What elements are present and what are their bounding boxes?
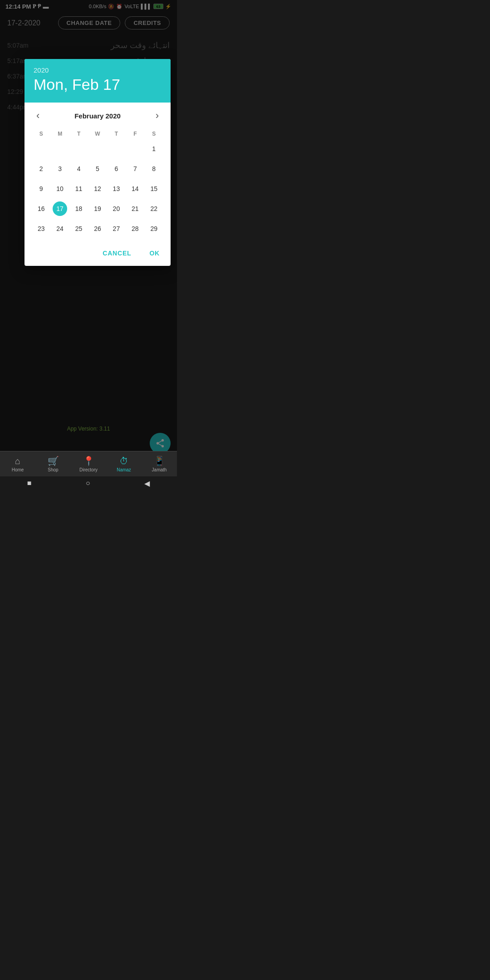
- calendar-day-empty: [126, 139, 144, 159]
- android-back-btn[interactable]: ◀: [144, 479, 150, 488]
- weekday-header-f: F: [126, 129, 144, 139]
- weekday-header-s1: S: [32, 129, 50, 139]
- ok-button[interactable]: OK: [146, 248, 163, 259]
- calendar-day-empty: [69, 139, 88, 159]
- dialog-year: 2020: [34, 66, 162, 74]
- calendar-day-13[interactable]: 13: [107, 179, 126, 199]
- calendar-day-empty: [32, 139, 50, 159]
- dialog-selected-date: Mon, Feb 17: [34, 76, 162, 93]
- weekday-header-t2: T: [107, 129, 126, 139]
- calendar-grid: S M T W T F S 12345678910111213141516171…: [32, 129, 163, 239]
- android-home-btn[interactable]: ○: [86, 479, 90, 487]
- weekday-header-t1: T: [69, 129, 88, 139]
- cancel-button[interactable]: CANCEL: [99, 248, 135, 259]
- calendar-day-22[interactable]: 22: [145, 199, 163, 219]
- calendar-day-23[interactable]: 23: [32, 219, 50, 239]
- next-month-button[interactable]: ›: [151, 108, 163, 123]
- calendar-day-11[interactable]: 11: [69, 179, 88, 199]
- jamath-icon: 📱: [154, 456, 165, 466]
- nav-label-home: Home: [12, 467, 24, 472]
- calendar-day-28[interactable]: 28: [126, 219, 144, 239]
- calendar-day-25[interactable]: 25: [69, 219, 88, 239]
- dialog-actions: CANCEL OK: [24, 244, 171, 266]
- nav-label-jamath: Jamath: [152, 467, 167, 472]
- calendar-day-24[interactable]: 24: [50, 219, 69, 239]
- calendar-day-21[interactable]: 21: [126, 199, 144, 219]
- weekday-header-w: W: [88, 129, 107, 139]
- weekday-header-m: M: [50, 129, 69, 139]
- android-nav-bar: ■ ○ ◀: [0, 476, 177, 490]
- dialog-header: 2020 Mon, Feb 17: [24, 59, 171, 103]
- nav-item-shop[interactable]: 🛒 Shop: [35, 456, 71, 472]
- nav-item-namaz[interactable]: ⏱ Namaz: [106, 456, 142, 472]
- nav-item-home[interactable]: ⌂ Home: [0, 456, 35, 472]
- calendar-day-1[interactable]: 1: [145, 139, 163, 159]
- calendar-day-10[interactable]: 10: [50, 179, 69, 199]
- calendar-day-9[interactable]: 9: [32, 179, 50, 199]
- android-recent-btn[interactable]: ■: [27, 479, 32, 487]
- calendar-day-6[interactable]: 6: [107, 159, 126, 179]
- nav-label-shop: Shop: [48, 467, 58, 472]
- nav-item-jamath[interactable]: 📱 Jamath: [142, 456, 177, 472]
- calendar-day-2[interactable]: 2: [32, 159, 50, 179]
- calendar-day-17[interactable]: 17: [50, 199, 69, 219]
- calendar-day-15[interactable]: 15: [145, 179, 163, 199]
- calendar-body: ‹ February 2020 › S M T W T F S 12345678…: [24, 103, 171, 244]
- home-icon: ⌂: [15, 456, 20, 466]
- calendar-nav: ‹ February 2020 ›: [32, 108, 163, 123]
- calendar-day-8[interactable]: 8: [145, 159, 163, 179]
- calendar-day-empty: [88, 139, 107, 159]
- shop-icon: 🛒: [48, 456, 59, 466]
- calendar-day-27[interactable]: 27: [107, 219, 126, 239]
- nav-label-namaz: Namaz: [117, 467, 131, 472]
- calendar-day-12[interactable]: 12: [88, 179, 107, 199]
- calendar-day-7[interactable]: 7: [126, 159, 144, 179]
- calendar-day-4[interactable]: 4: [69, 159, 88, 179]
- nav-label-directory: Directory: [79, 467, 98, 472]
- calendar-day-5[interactable]: 5: [88, 159, 107, 179]
- date-picker-dialog: 2020 Mon, Feb 17 ‹ February 2020 › S M T…: [24, 59, 171, 266]
- calendar-day-16[interactable]: 16: [32, 199, 50, 219]
- prev-month-button[interactable]: ‹: [32, 108, 44, 123]
- calendar-day-14[interactable]: 14: [126, 179, 144, 199]
- calendar-day-18[interactable]: 18: [69, 199, 88, 219]
- month-year-label: February 2020: [74, 112, 121, 120]
- calendar-day-empty: [50, 139, 69, 159]
- bottom-nav: ⌂ Home 🛒 Shop 📍 Directory ⏱ Namaz 📱 Jama…: [0, 451, 177, 476]
- weekday-header-s2: S: [145, 129, 163, 139]
- directory-icon: 📍: [83, 456, 94, 466]
- calendar-day-empty: [107, 139, 126, 159]
- nav-item-directory[interactable]: 📍 Directory: [71, 456, 106, 472]
- calendar-day-20[interactable]: 20: [107, 199, 126, 219]
- calendar-day-3[interactable]: 3: [50, 159, 69, 179]
- calendar-day-26[interactable]: 26: [88, 219, 107, 239]
- calendar-day-29[interactable]: 29: [145, 219, 163, 239]
- namaz-icon: ⏱: [119, 456, 128, 466]
- calendar-day-19[interactable]: 19: [88, 199, 107, 219]
